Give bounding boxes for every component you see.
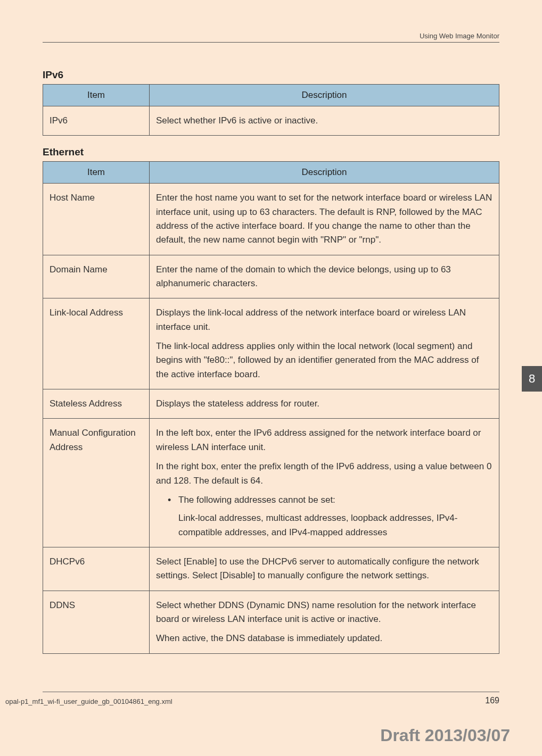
list-item: The following addresses cannot be set:: [168, 493, 492, 507]
cell-description: Displays the stateless address for route…: [150, 389, 499, 419]
description-paragraph: Select whether DDNS (Dynamic DNS) name r…: [156, 599, 492, 627]
cell-item: Stateless Address: [43, 389, 150, 419]
table-row: Host Name Enter the host name you want t…: [43, 184, 499, 255]
content-area: Using Web Image Monitor IPv6 Item Descri…: [0, 0, 542, 654]
cell-description: Displays the link-local address of the n…: [150, 298, 499, 389]
chapter-tab: 8: [522, 366, 542, 392]
cell-description: Select whether IPv6 is active or inactiv…: [150, 106, 499, 136]
section-title-ipv6: IPv6: [43, 69, 499, 81]
section-title-ethernet: Ethernet: [43, 146, 499, 158]
page-container: Using Web Image Monitor IPv6 Item Descri…: [0, 0, 542, 756]
draft-watermark: Draft 2013/03/07: [380, 726, 510, 745]
description-paragraph: In the right box, enter the prefix lengt…: [156, 460, 492, 488]
cell-description: Select [Enable] to use the DHCPv6 server…: [150, 547, 499, 591]
table-row: Link-local Address Displays the link-loc…: [43, 298, 499, 389]
table-row: DHCPv6 Select [Enable] to use the DHCPv6…: [43, 547, 499, 591]
column-header-description: Description: [150, 85, 499, 106]
cell-item: Host Name: [43, 184, 150, 255]
ethernet-table: Item Description Host Name Enter the hos…: [43, 161, 499, 653]
table-row: DDNS Select whether DDNS (Dynamic DNS) n…: [43, 591, 499, 653]
bullet-list: The following addresses cannot be set:: [156, 493, 492, 507]
table-header-row: Item Description: [43, 162, 499, 184]
footer-divider: [43, 692, 499, 692]
description-paragraph: When active, the DNS database is immedia…: [156, 632, 492, 645]
column-header-item: Item: [43, 85, 150, 106]
description-paragraph: The link-local address applies only with…: [156, 339, 492, 381]
cell-item: IPv6: [43, 106, 150, 136]
footer-filename: opal-p1_mf1_wi-fi_user_guide_gb_00104861…: [5, 697, 173, 705]
description-paragraph: Displays the link-local address of the n…: [156, 306, 492, 334]
table-row: Domain Name Enter the name of the domain…: [43, 255, 499, 298]
ipv6-table: Item Description IPv6 Select whether IPv…: [43, 84, 499, 136]
column-header-item: Item: [43, 162, 150, 184]
page-header: Using Web Image Monitor: [43, 32, 499, 43]
cell-item: Manual Configuration Address: [43, 419, 150, 547]
cell-item: DHCPv6: [43, 547, 150, 591]
cell-item: Link-local Address: [43, 298, 150, 389]
header-section-title: Using Web Image Monitor: [420, 32, 499, 40]
cell-description: Select whether DDNS (Dynamic DNS) name r…: [150, 591, 499, 653]
cell-item: DDNS: [43, 591, 150, 653]
table-header-row: Item Description: [43, 85, 499, 106]
sub-text: Link-local addresses, multicast addresse…: [156, 511, 492, 539]
cell-description: Enter the name of the domain to which th…: [150, 255, 499, 298]
description-paragraph: In the left box, enter the IPv6 address …: [156, 426, 492, 454]
table-row: Stateless Address Displays the stateless…: [43, 389, 499, 419]
cell-item: Domain Name: [43, 255, 150, 298]
table-row: Manual Configuration Address In the left…: [43, 419, 499, 547]
table-row: IPv6 Select whether IPv6 is active or in…: [43, 106, 499, 136]
footer-page-number: 169: [485, 696, 499, 705]
cell-description: Enter the host name you want to set for …: [150, 184, 499, 255]
column-header-description: Description: [150, 162, 499, 184]
cell-description: In the left box, enter the IPv6 address …: [150, 419, 499, 547]
